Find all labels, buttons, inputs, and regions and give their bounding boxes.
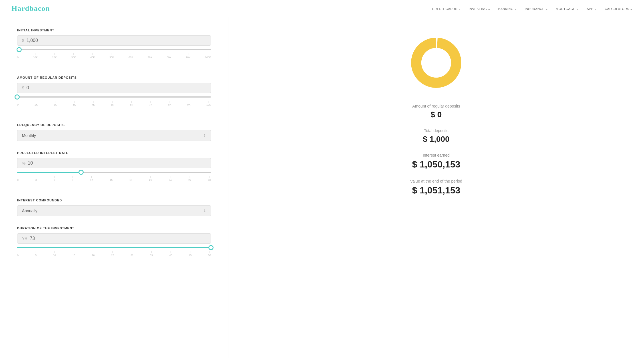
nav-item-credit-cards[interactable]: CREDIT CARDS <box>432 6 461 11</box>
donut-chart-container <box>408 34 465 92</box>
interest-rate-tick-marks: 0 3 6 9 12 15 18 21 24 27 30 <box>17 176 211 181</box>
regular-deposits-label: AMOUNT OF REGULAR DEPOSITS <box>17 76 211 79</box>
nav-item-banking[interactable]: BANKING <box>498 6 517 11</box>
total-deposits-stat-label: Total deposits <box>423 128 449 133</box>
interest-rate-slider-fill <box>17 172 81 173</box>
duration-slider-container: 0 5 10 15 20 25 30 35 40 45 50 <box>17 247 211 264</box>
frequency-chevron-icon: ⇕ <box>203 134 206 137</box>
initial-investment-tick-marks: 0 10K 20K 30K 40K 50K 60K 70K 80K 90K 10… <box>17 53 211 59</box>
initial-investment-value: 1,000 <box>27 38 38 43</box>
initial-investment-label: INITIAL INVESTMENT <box>17 29 211 32</box>
interest-rate-input-box[interactable]: % 10 <box>17 158 211 168</box>
regular-deposits-stat: Amount of regular deposits $ 0 <box>412 104 460 119</box>
initial-investment-slider-track[interactable] <box>17 49 211 50</box>
interest-rate-value: 10 <box>28 161 33 166</box>
nav-menu: CREDIT CARDS INVESTING BANKING INSURANCE… <box>432 6 633 11</box>
total-deposits-stat-value: $ 1,000 <box>423 135 449 144</box>
regular-deposits-value: 0 <box>27 85 29 90</box>
interest-rate-slider-container: 0 3 6 9 12 15 18 21 24 27 30 <box>17 172 211 188</box>
interest-earned-stat-label: Interest earned <box>412 153 460 157</box>
interest-compounded-select[interactable]: Annually ⇕ <box>17 205 211 216</box>
value-at-end-stat-value: $ 1,051,153 <box>410 185 462 196</box>
frequency-select[interactable]: Monthly ⇕ <box>17 130 211 141</box>
interest-compounded-section: INTEREST COMPOUNDED Annually ⇕ <box>17 199 211 216</box>
duration-value: 73 <box>30 236 35 241</box>
regular-deposits-slider-thumb[interactable] <box>15 94 20 100</box>
initial-investment-slider-container: 0 10K 20K 30K 40K 50K 60K 70K 80K 90K 10… <box>17 49 211 66</box>
interest-rate-label: PROJECTED INTEREST RATE <box>17 151 211 155</box>
duration-slider-thumb[interactable] <box>208 245 214 250</box>
frequency-select-value: Monthly <box>22 133 36 138</box>
frequency-label: FREQUENCY OF DEPOSITS <box>17 123 211 127</box>
nav-item-insurance[interactable]: INSURANCE <box>525 6 548 11</box>
initial-investment-section: INITIAL INVESTMENT $ 1,000 0 10K 20K 30K… <box>17 29 211 66</box>
value-at-end-stat: Value at the end of the period $ 1,051,1… <box>410 179 462 196</box>
regular-deposits-stat-value: $ 0 <box>412 110 460 119</box>
site-logo[interactable]: Hardbacon <box>11 4 50 13</box>
duration-slider-track[interactable] <box>17 247 211 248</box>
value-at-end-stat-label: Value at the end of the period <box>410 179 462 183</box>
interest-rate-section: PROJECTED INTEREST RATE % 10 0 3 6 9 12 … <box>17 151 211 188</box>
total-deposits-stat: Total deposits $ 1,000 <box>423 128 449 144</box>
initial-investment-slider-thumb[interactable] <box>17 47 22 52</box>
donut-chart <box>408 34 465 91</box>
interest-rate-slider-track[interactable] <box>17 172 211 173</box>
regular-deposits-slider-track[interactable] <box>17 96 211 98</box>
interest-compounded-label: INTEREST COMPOUNDED <box>17 199 211 202</box>
interest-earned-stat-value: $ 1,050,153 <box>412 159 460 170</box>
duration-section: DURATION OF THE INVESTMENT YR 73 0 5 10 … <box>17 226 211 264</box>
svg-point-2 <box>421 48 451 78</box>
duration-unit: YR <box>22 236 27 241</box>
nav-item-calculators[interactable]: CALCULATORS <box>605 6 633 11</box>
interest-rate-unit: % <box>22 161 25 165</box>
duration-input-box[interactable]: YR 73 <box>17 233 211 244</box>
regular-deposits-slider-container: 0 1K 2K 3K 4K 5K 6K 7K 8K 9K 10K <box>17 96 211 113</box>
duration-slider-fill <box>17 247 211 248</box>
nav-item-app[interactable]: APP <box>587 6 597 11</box>
interest-compounded-value: Annually <box>22 209 37 213</box>
initial-investment-input-box[interactable]: $ 1,000 <box>17 35 211 46</box>
nav-item-mortgage[interactable]: MORTGAGE <box>556 6 579 11</box>
regular-deposits-section: AMOUNT OF REGULAR DEPOSITS $ 0 0 1K 2K 3… <box>17 76 211 113</box>
nav-item-investing[interactable]: INVESTING <box>469 6 490 11</box>
calculator-form: INITIAL INVESTMENT $ 1,000 0 10K 20K 30K… <box>0 17 228 358</box>
regular-deposits-input-box[interactable]: $ 0 <box>17 83 211 93</box>
navigation: Hardbacon CREDIT CARDS INVESTING BANKING… <box>0 0 644 17</box>
regular-deposits-tick-marks: 0 1K 2K 3K 4K 5K 6K 7K 8K 9K 10K <box>17 100 211 106</box>
regular-deposits-unit: $ <box>22 86 24 90</box>
regular-deposits-stat-label: Amount of regular deposits <box>412 104 460 108</box>
duration-label: DURATION OF THE INVESTMENT <box>17 226 211 230</box>
initial-investment-unit: $ <box>22 38 24 43</box>
interest-compounded-chevron-icon: ⇕ <box>203 209 206 213</box>
interest-rate-slider-thumb[interactable] <box>79 170 84 175</box>
interest-earned-stat: Interest earned $ 1,050,153 <box>412 153 460 170</box>
results-panel: Amount of regular deposits $ 0 Total dep… <box>228 17 644 358</box>
frequency-section: FREQUENCY OF DEPOSITS Monthly ⇕ <box>17 123 211 141</box>
page-wrapper: INITIAL INVESTMENT $ 1,000 0 10K 20K 30K… <box>0 17 644 358</box>
duration-tick-marks: 0 5 10 15 20 25 30 35 40 45 50 <box>17 251 211 257</box>
